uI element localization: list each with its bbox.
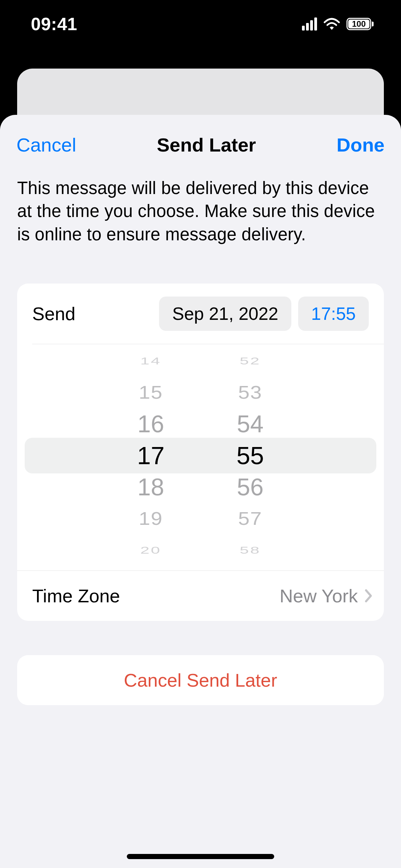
picker-hour-option[interactable]: 20 [140, 541, 161, 560]
time-picker[interactable]: 13 14 15 16 17 18 19 20 21 51 52 [25, 351, 376, 560]
battery-icon: 100 [347, 18, 374, 30]
cancel-send-later-label: Cancel Send Later [124, 670, 277, 691]
schedule-card: Send Sep 21, 2022 17:55 13 14 15 16 17 1… [17, 284, 384, 621]
send-later-sheet: Cancel Send Later Done This message will… [0, 115, 401, 868]
status-bar: 09:41 100 [0, 0, 401, 48]
picker-hour-option[interactable]: 18 [137, 471, 164, 503]
picker-hour-option[interactable]: 19 [139, 505, 163, 533]
send-label: Send [32, 303, 75, 324]
description-text: This message will be delivered by this d… [0, 170, 401, 263]
home-indicator[interactable] [127, 854, 274, 859]
picker-minute-option[interactable]: 56 [237, 471, 264, 503]
sheet-title: Send Later [157, 134, 256, 156]
picker-minute-option[interactable]: 53 [238, 379, 263, 407]
time-pill[interactable]: 17:55 [298, 297, 369, 331]
picker-hour-option[interactable]: 14 [140, 352, 161, 371]
status-time: 09:41 [31, 14, 77, 34]
minute-column[interactable]: 51 52 53 54 55 56 57 58 59 [221, 351, 279, 560]
timezone-value: New York [280, 585, 358, 606]
timezone-row[interactable]: Time Zone New York [17, 570, 384, 621]
picker-hour-selected[interactable]: 17 [137, 440, 165, 471]
date-pill[interactable]: Sep 21, 2022 [159, 297, 291, 331]
battery-level: 100 [348, 20, 369, 28]
picker-minute-option[interactable]: 52 [240, 352, 260, 371]
picker-minute-selected[interactable]: 55 [236, 440, 264, 471]
done-button[interactable]: Done [337, 134, 385, 156]
send-row: Send Sep 21, 2022 17:55 [17, 284, 384, 344]
chevron-right-icon [364, 588, 374, 603]
wifi-icon [323, 17, 340, 31]
cellular-signal-icon [302, 17, 317, 31]
cancel-button[interactable]: Cancel [16, 134, 76, 156]
picker-minute-option[interactable]: 54 [237, 408, 264, 440]
nav-bar: Cancel Send Later Done [0, 120, 401, 170]
picker-hour-option[interactable]: 15 [139, 379, 163, 407]
hour-column[interactable]: 13 14 15 16 17 18 19 20 21 [122, 351, 180, 560]
timezone-label: Time Zone [32, 585, 120, 606]
cancel-send-later-button[interactable]: Cancel Send Later [17, 655, 384, 705]
picker-minute-option[interactable]: 57 [238, 505, 263, 533]
picker-hour-option[interactable]: 16 [137, 408, 164, 440]
status-icons: 100 [302, 17, 374, 31]
picker-minute-option[interactable]: 58 [240, 541, 260, 560]
divider [32, 344, 384, 345]
